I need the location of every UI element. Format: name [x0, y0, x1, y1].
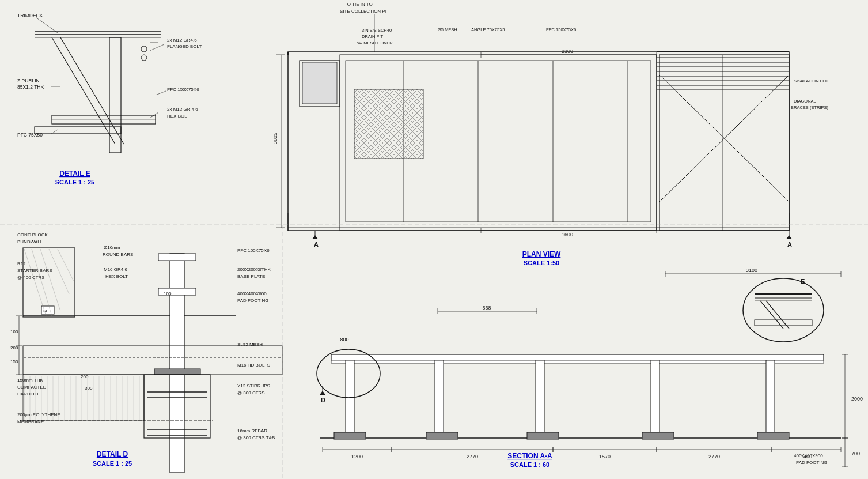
label-a-right: A [787, 241, 792, 248]
label-sl92: SL92 MESH [237, 342, 263, 347]
label-16mm-rebar: 16mm REBAR [237, 428, 267, 433]
label-m16gr46: M16 GR4.6 [104, 267, 127, 272]
svg-rect-112 [331, 360, 824, 363]
label-pad-footing-aa: PAD FOOTING [796, 460, 828, 465]
label-starter-bars: STARTER BARS [17, 268, 52, 273]
label-400ctrs: @ 400 CTRS [17, 275, 45, 280]
label-700: 700 [851, 451, 860, 457]
label-2300: 2300 [562, 48, 573, 54]
svg-rect-120 [527, 432, 559, 439]
detail-e-title: DETAIL E [59, 169, 90, 178]
svg-rect-0 [0, 0, 868, 479]
label-16mm: Ø16mm [104, 245, 120, 250]
label-400x400x600: 400X400X600 [237, 291, 267, 296]
label-pfc75: PFC 75X50 [17, 132, 43, 138]
label-y12: Y12 STIRRUPS [237, 383, 270, 389]
label-200-left: 200 [10, 345, 18, 350]
svg-rect-122 [757, 432, 789, 439]
label-100-d: 100 [164, 291, 172, 296]
label-hardfill: HARDFILL [17, 391, 40, 397]
label-round-bars: ROUND BARS [103, 252, 133, 257]
label-200x200: 200X200X6THK [237, 267, 271, 272]
detail-e-scale: SCALE 1 : 25 [55, 179, 94, 186]
svg-rect-111 [331, 354, 824, 360]
svg-rect-115 [536, 360, 544, 435]
detail-d-title: DETAIL D [97, 450, 128, 458]
main-svg: DETAIL E SCALE 1 : 25 TRIMDECK 2x M12 GR… [0, 0, 868, 479]
label-flanged-bolt-2: FLANGED BOLT [167, 44, 202, 49]
label-3in-bs: 3IN B/S SCH40 [362, 28, 392, 33]
label-568: 568 [482, 305, 491, 311]
label-pfc150-plan: PFC 150X75X6 [546, 27, 576, 32]
label-300ctrs-tb: @ 300 CTRS T&B [237, 435, 275, 440]
label-e-marker: E [801, 278, 805, 285]
drawing-area: DETAIL E SCALE 1 : 25 TRIMDECK 2x M12 GR… [0, 0, 868, 479]
svg-rect-72 [158, 254, 196, 261]
svg-rect-74 [154, 369, 200, 375]
label-150-left: 150 [10, 359, 18, 364]
label-braces: BRACES (STRIPS) [791, 105, 829, 110]
label-150mm: 150mm THK [17, 378, 43, 383]
label-zpurlin-1: Z PURLIN [17, 78, 40, 84]
label-hex-bolt-d: HEX BOLT [105, 274, 128, 279]
section-aa-title: SECTION A-A [507, 452, 552, 460]
label-m16hd: M16 HD BOLTS [237, 363, 270, 368]
label-d-marker: D [321, 397, 325, 403]
label-800: 800 [340, 337, 348, 342]
svg-rect-119 [426, 432, 458, 439]
label-3825: 3825 [272, 133, 278, 144]
label-site-collection: SITE COLLECTION PIT [340, 9, 389, 14]
label-a-left: A [314, 241, 319, 248]
svg-rect-114 [435, 360, 444, 435]
label-pfc150-d: PFC 150X75X6 [237, 248, 270, 253]
label-sisalation: SISALATION FOIL [794, 78, 829, 84]
label-300ctrs: @ 300 CTRS [237, 390, 265, 395]
label-1600: 1600 [562, 232, 573, 237]
label-compacted: COMPACTED [17, 384, 47, 390]
section-aa-scale: SCALE 1 : 60 [510, 461, 549, 468]
label-hex-bolt-e2: HEX BOLT [167, 114, 189, 119]
svg-rect-118 [334, 432, 366, 439]
label-membrane: MEMBRANE [17, 419, 44, 424]
label-bundwall: BUNDWALL [17, 239, 43, 244]
svg-rect-31 [302, 62, 337, 104]
label-2770-1: 2770 [467, 454, 478, 459]
label-pfc150-e: PFC 150X75X6 [167, 87, 199, 92]
label-400x400x900: 400X400X900 [794, 453, 823, 458]
svg-rect-117 [766, 360, 775, 435]
label-base-plate: BASE PLATE [237, 274, 265, 279]
label-2770-2: 2770 [708, 454, 720, 459]
detail-d-scale: SCALE 1 : 25 [93, 460, 132, 467]
label-tie-in: TO TIE IN TO [344, 2, 373, 7]
label-1570: 1570 [599, 454, 611, 459]
label-flanged-bolt-1: 2x M12 GR4.6 [167, 37, 197, 43]
label-g5mesh: G5 MESH [438, 27, 457, 32]
label-drain-pit: DRAIN PIT [362, 34, 384, 39]
label-gl: GL [43, 309, 48, 313]
label-r12: R12 [17, 261, 26, 266]
label-200-dim: 200 [81, 374, 89, 379]
svg-rect-121 [642, 432, 674, 439]
plan-view-title: PLAN VIEW [522, 250, 561, 258]
label-pad-footing-d: PAD FOOTING [237, 298, 269, 303]
label-zpurlin-2: 85X1.2 THK [17, 84, 44, 90]
label-conc-block: CONC.BLOCK [17, 232, 48, 237]
plan-view-scale: SCALE 1:50 [524, 259, 559, 266]
label-200um: 200μm POLYTHENE [17, 412, 60, 417]
label-angle75: ANGLE 75X75X5 [471, 27, 505, 32]
label-1200: 1200 [351, 454, 363, 459]
svg-rect-116 [651, 360, 659, 435]
svg-rect-39 [354, 89, 423, 159]
label-300-dim: 300 [85, 386, 93, 391]
label-diagonal: DIAGONAL [794, 99, 816, 104]
label-mesh-cover: W/ MESH COVER [357, 40, 393, 46]
label-2000: 2000 [851, 396, 863, 402]
label-hex-bolt-e: 2x M12 GR 4.6 [167, 107, 198, 112]
label-3100: 3100 [746, 267, 757, 273]
label-100-left: 100 [10, 329, 18, 334]
svg-rect-71 [170, 254, 184, 473]
label-trimdeck: TRIMDECK [17, 13, 43, 18]
